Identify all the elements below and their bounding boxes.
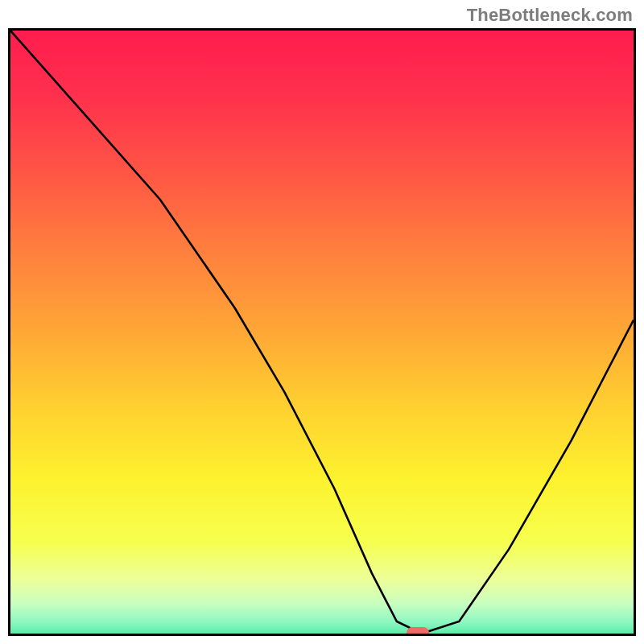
chart-area xyxy=(8,28,636,636)
optimum-marker xyxy=(407,627,429,636)
chart-background-gradient xyxy=(10,31,634,636)
watermark-text: TheBottleneck.com xyxy=(467,5,633,26)
svg-rect-0 xyxy=(10,31,634,636)
